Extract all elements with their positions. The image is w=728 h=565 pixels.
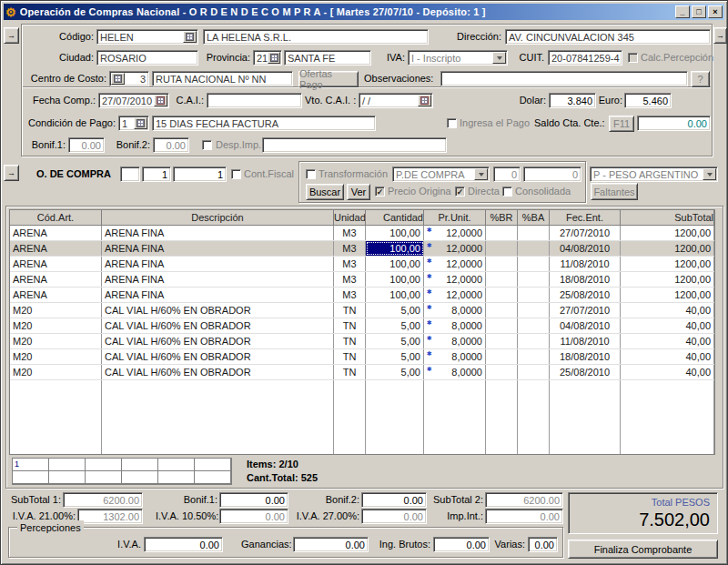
cell-cod[interactable]: ARENA (10, 241, 102, 256)
fecha-comp-field[interactable]: 27/07/2010 (98, 93, 169, 108)
observaciones-field[interactable] (440, 71, 688, 86)
cell-cantidad[interactable]: 5,00 (366, 365, 424, 379)
centro-costo-lookup-button[interactable] (111, 73, 125, 85)
cell-ba[interactable] (518, 272, 550, 287)
mini-grid-cell[interactable] (86, 471, 122, 484)
desp-imp-field[interactable] (262, 137, 447, 153)
faltantes-button[interactable]: Faltantes (591, 183, 638, 200)
cell-subtotal[interactable]: 1200,00 (621, 272, 714, 287)
ciudad-field[interactable]: ROSARIO (96, 50, 198, 66)
table-row[interactable]: M20CAL VIAL H/60% EN OBRADORTN5,00✱8,000… (10, 365, 714, 380)
orden-campo1-field[interactable] (120, 166, 140, 182)
ver-button[interactable]: Ver (347, 184, 370, 200)
nav-next-supplier-button[interactable]: → (713, 27, 727, 44)
chevron-down-icon[interactable] (492, 52, 506, 64)
direccion-field[interactable]: AV. CINCUNVALACION 345 (505, 29, 711, 45)
transformacion-checkbox[interactable] (306, 169, 316, 179)
cell-fecent[interactable]: 27/07/2010 (550, 226, 621, 240)
codigo-lookup-button[interactable] (183, 31, 197, 43)
column-header[interactable]: %BA (518, 210, 550, 225)
cell-unidad[interactable]: TN (334, 365, 366, 379)
mini-grid-cell[interactable]: 1 (13, 459, 49, 471)
cell-cantidad[interactable]: 100,00 (366, 257, 424, 271)
cell-br[interactable] (486, 303, 518, 318)
cell-subtotal[interactable]: 40,00 (621, 349, 714, 364)
cell-unidad[interactable]: M3 (334, 226, 366, 240)
cell-cantidad[interactable]: 100,00 (366, 288, 424, 302)
centro-costo-nombre-field[interactable]: RUTA NACIONAL Nº NN (152, 71, 293, 86)
cell-unidad[interactable]: M3 (334, 241, 366, 256)
nav-prev-supplier-button[interactable]: → (4, 27, 19, 44)
cai-field[interactable] (207, 93, 302, 108)
mini-grid-cell[interactable] (122, 471, 158, 484)
column-header[interactable]: Unidad (334, 210, 366, 225)
orden-campo3-field[interactable]: 1 (173, 166, 227, 182)
cell-br[interactable] (486, 241, 518, 256)
euro-field[interactable]: 5.460 (624, 93, 672, 108)
buscar-button[interactable]: Buscar (306, 184, 344, 200)
mini-grid-cell[interactable] (158, 459, 195, 471)
cell-prunit[interactable]: ✱8,0000 (424, 303, 486, 318)
cell-cantidad[interactable]: 5,00 (366, 303, 424, 318)
ofertas-pago-button[interactable]: Ofertas Pago (298, 71, 359, 87)
cell-cantidad[interactable]: 5,00 (366, 349, 424, 364)
cell-ba[interactable] (518, 303, 550, 318)
cell-prunit[interactable]: ✱12,0000 (424, 226, 486, 240)
cell-ba[interactable] (518, 349, 550, 364)
cell-subtotal[interactable]: 1200,00 (621, 241, 714, 256)
provincia-nombre-field[interactable]: SANTA FE (284, 50, 371, 66)
cont-fiscal-checkbox[interactable] (231, 169, 241, 179)
column-header[interactable]: Descripción (102, 210, 334, 225)
vto-cai-field[interactable]: / / (359, 93, 433, 108)
cell-br[interactable] (486, 349, 518, 364)
table-row[interactable]: M20CAL VIAL H/60% EN OBRADORTN5,00✱8,000… (10, 334, 714, 349)
cell-subtotal[interactable]: 40,00 (621, 334, 714, 348)
column-header[interactable]: Cantidad (366, 210, 424, 225)
cell-fecent[interactable]: 25/08/2010 (550, 288, 621, 302)
provincia-lookup-button[interactable] (268, 52, 280, 64)
cell-cod[interactable]: M20 (10, 349, 102, 364)
table-row[interactable]: ARENAARENA FINAM3100,00✱12,000004/08/201… (10, 241, 714, 257)
cell-desc[interactable]: CAL VIAL H/60% EN OBRADOR (102, 318, 334, 333)
cell-prunit[interactable]: ✱12,0000 (424, 241, 486, 256)
table-row[interactable]: ARENAARENA FINAM3100,00✱12,000027/07/201… (10, 226, 714, 241)
cell-desc[interactable]: ARENA FINA (102, 272, 334, 287)
cell-desc[interactable]: ARENA FINA (102, 257, 334, 271)
provincia-codigo-field[interactable]: 21 (253, 50, 282, 66)
ganancias-field[interactable]: 0.00 (293, 537, 369, 552)
cell-desc[interactable]: CAL VIAL H/60% EN OBRADOR (102, 303, 334, 318)
minimize-button[interactable]: _ (675, 5, 690, 18)
close-button[interactable]: × (708, 5, 723, 18)
cell-br[interactable] (486, 365, 518, 379)
cell-prunit[interactable]: ✱8,0000 (424, 318, 486, 333)
cell-ba[interactable] (518, 288, 550, 302)
table-row[interactable]: M20CAL VIAL H/60% EN OBRADORTN5,00✱8,000… (10, 318, 714, 334)
help-button[interactable]: ? (691, 71, 710, 87)
calendar-icon[interactable] (418, 95, 431, 106)
cuit-field[interactable]: 20-07841259-4 (548, 50, 622, 66)
cell-cantidad[interactable]: 100,00 (366, 226, 424, 240)
cell-ba[interactable] (518, 257, 550, 271)
mini-grid-cell[interactable] (195, 471, 231, 484)
cell-br[interactable] (486, 272, 518, 287)
tipo-dropdown[interactable]: P.DE COMPRA (392, 166, 490, 182)
cell-br[interactable] (486, 334, 518, 348)
cell-unidad[interactable]: TN (334, 318, 366, 333)
column-header[interactable]: Pr.Unit. (424, 210, 486, 225)
desp-imp-checkbox[interactable] (202, 140, 212, 150)
cell-prunit[interactable]: ✱8,0000 (424, 349, 486, 364)
cell-desc[interactable]: CAL VIAL H/60% EN OBRADOR (102, 334, 334, 348)
cell-prunit[interactable]: ✱12,0000 (424, 288, 486, 302)
varias-field[interactable]: 0.00 (528, 537, 558, 552)
f11-button[interactable]: F11 (609, 116, 634, 132)
cell-br[interactable] (486, 318, 518, 333)
cell-fecent[interactable]: 18/08/2010 (550, 349, 621, 364)
cell-cod[interactable]: M20 (10, 334, 102, 348)
mini-grid-cell[interactable] (49, 459, 86, 471)
perc-iva-field[interactable]: 0.00 (144, 537, 223, 552)
cell-unidad[interactable]: M3 (334, 288, 366, 302)
column-header[interactable]: SubTotal (621, 210, 714, 225)
cell-cod[interactable]: ARENA (10, 272, 102, 287)
table-row[interactable]: ARENAARENA FINAM3100,00✱12,000025/08/201… (10, 288, 714, 303)
finaliza-comprobante-button[interactable]: Finaliza Comprobante (568, 540, 718, 559)
